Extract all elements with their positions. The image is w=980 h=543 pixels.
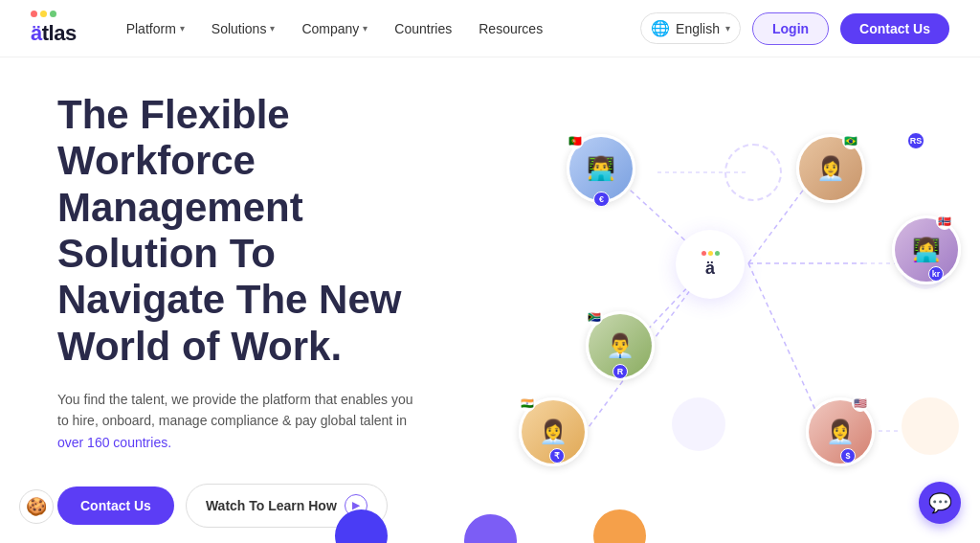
ghost-circle-1 <box>724 144 782 201</box>
center-logo-letter: ä <box>705 259 715 279</box>
flag-badge-no: 🇳🇴 <box>936 213 953 230</box>
hero-watch-button[interactable]: Watch To Learn How ▶ <box>186 484 388 528</box>
currency-badge-rs: RS <box>907 132 924 149</box>
logo-dot-green <box>50 11 56 17</box>
flag-badge-br: 🇧🇷 <box>842 132 859 149</box>
logo-dots <box>31 11 77 17</box>
chat-icon: 💬 <box>928 491 952 514</box>
nav-item-platform[interactable]: Platform ▾ <box>115 15 196 42</box>
hero-left: The Flexible Workforce Management Soluti… <box>0 57 490 543</box>
chevron-down-icon: ▾ <box>270 23 275 34</box>
hero-subtitle: You find the talent, we provide the plat… <box>57 389 421 453</box>
flag-badge-za: 🇿🇦 <box>586 308 603 326</box>
flag-badge-pt: 🇵🇹 <box>567 132 584 149</box>
nav-item-company[interactable]: Company ▾ <box>290 15 379 42</box>
chevron-down-icon: ▾ <box>725 23 730 34</box>
hero-buttons: Contact Us Watch To Learn How ▶ <box>57 484 452 528</box>
nav-item-solutions[interactable]: Solutions ▾ <box>200 15 287 42</box>
contact-button[interactable]: Contact Us <box>840 13 949 44</box>
play-icon: ▶ <box>345 494 368 517</box>
currency-badge-eur: € <box>593 192 610 207</box>
currency-badge-rupee: ₹ <box>549 448 565 464</box>
hero-title: The Flexible Workforce Management Soluti… <box>57 92 452 370</box>
currency-badge-kr: kr <box>928 266 944 282</box>
ghost-circle-4 <box>902 397 959 455</box>
ghost-circle-3 <box>672 397 725 451</box>
language-selector[interactable]: 🌐 English ▾ <box>640 12 741 44</box>
globe-icon: 🌐 <box>651 19 670 37</box>
connector-lines <box>490 57 980 543</box>
hero-contact-button[interactable]: Contact Us <box>57 486 174 525</box>
nav-item-countries[interactable]: Countries <box>383 15 463 42</box>
cookie-icon: 🍪 <box>26 496 47 517</box>
nav-links: Platform ▾ Solutions ▾ Company ▾ Countri… <box>115 15 640 42</box>
center-dot-green <box>715 251 720 256</box>
center-logo-node: ä <box>676 230 745 299</box>
navigation: ätlas Platform ▾ Solutions ▾ Company ▾ C… <box>0 0 980 57</box>
logo[interactable]: ätlas <box>31 11 77 46</box>
center-dot-red <box>702 251 706 256</box>
currency-badge-r: R <box>612 364 628 379</box>
chevron-down-icon: ▾ <box>363 23 368 34</box>
login-button[interactable]: Login <box>752 12 829 45</box>
center-dot-yellow <box>708 251 713 256</box>
nav-right: 🌐 English ▾ Login Contact Us <box>640 12 949 45</box>
svg-line-5 <box>748 263 825 431</box>
logo-text: ätlas <box>31 21 77 46</box>
countries-link[interactable]: over 160 countries. <box>57 435 171 450</box>
chat-button[interactable]: 💬 <box>919 482 961 524</box>
flag-badge-us: 🇺🇸 <box>852 395 869 412</box>
flag-badge-in: 🇮🇳 <box>519 395 536 412</box>
chevron-down-icon: ▾ <box>180 23 185 34</box>
currency-badge-dollar: $ <box>840 448 856 464</box>
center-logo-dots <box>702 251 720 256</box>
nav-item-resources[interactable]: Resources <box>467 15 554 42</box>
cookie-button[interactable]: 🍪 <box>19 489 54 524</box>
logo-dot-yellow <box>40 11 47 17</box>
hero-right: ä 👨‍💻 🇵🇹 € 👩‍💼 🇧🇷 RS 👩‍💻 🇳🇴 kr 👨‍💼 🇿🇦 R <box>490 57 980 543</box>
hero-section: The Flexible Workforce Management Soluti… <box>0 57 980 543</box>
logo-dot-red <box>31 11 37 17</box>
